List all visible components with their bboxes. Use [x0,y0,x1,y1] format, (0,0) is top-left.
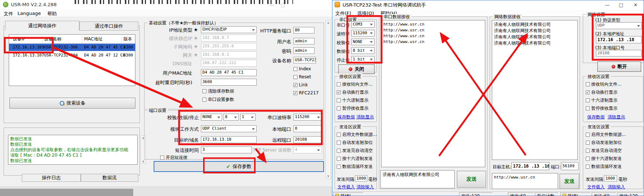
recv-to-file-checkbox[interactable]: 接收转向文件... [337,81,372,87]
link-checkbox[interactable]: Link [293,82,308,87]
clear-cache-checkbox[interactable]: 清除缓存数据 [202,88,234,94]
target-host-field[interactable]: 172.16 .13 .169 [511,162,549,170]
ready-icon [562,194,566,196]
parity-select[interactable]: NONE [201,114,222,121]
databits-select[interactable]: 8 bit [351,47,375,54]
com-port-label: 串口号 [337,22,350,28]
tab-network-operate[interactable]: 通过网络操作 [5,21,79,31]
log-line: 数据已发送 [10,142,135,147]
hex-display-checkbox[interactable]: 十六进制显示 [586,97,617,103]
checkbox-icon [337,165,341,169]
baudrate-select[interactable]: 115200 [351,30,375,36]
reset-checkbox[interactable]: Reset [293,74,311,79]
rfc2217-checkbox[interactable]: RFC2217 [293,90,319,95]
maximize-icon[interactable]: □ [615,1,627,9]
shortconn-checkbox[interactable]: 开启短连接 [160,154,187,161]
username-field[interactable]: admin [293,38,315,44]
device-name-field[interactable]: USR-TCP23 [293,57,316,63]
checkbox-icon [293,75,297,79]
auto-append-checkbox[interactable]: 自动发送附加位 [337,140,373,146]
net-send-input[interactable]: http://www.usr.cn [492,173,558,189]
baud-select[interactable]: 115200 [293,114,322,121]
menu-file[interactable]: 文件 [4,11,13,17]
clear-input-link[interactable]: 清除输入 [608,184,625,190]
table-row[interactable]: 172.16.13.169 USR-TCP232-306 D4 AD 20 47… [9,44,135,51]
pause-recv-checkbox[interactable]: 暂停接收显示 [337,105,368,111]
tab-operation-log[interactable]: 操作日志 [22,174,81,182]
hex-display-checkbox[interactable]: 十六进制显示 [337,97,368,103]
databits-select[interactable]: 8 [224,114,239,121]
pause-recv-checkbox[interactable]: 暂停接收显示 [586,105,617,111]
loop-send-checkbox[interactable]: 数据流循环发送 [337,164,373,170]
serial-recv-area[interactable]: http://www.usr.cn http://www.usr.cn http… [381,20,485,167]
scroll-down-icon[interactable]: ∨ [326,174,331,178]
close-icon[interactable]: ✕ [629,1,643,9]
remoteport-field[interactable]: 20108 [293,136,322,143]
clear-after-send-checkbox[interactable]: 发送完自动清空 [337,148,373,154]
parity-select[interactable]: NONE [351,39,375,45]
user-mac-field[interactable]: D4 AD 20 47 45 C1 [201,69,257,76]
settings-scrollbar[interactable]: ∧ ∨ [325,20,331,179]
log-area[interactable]: 数据已发送 数据已发送 点击搜到的设备可读取参数，右键点击设备列表显示更多功能 … [8,135,138,165]
timeout-field[interactable]: 3600 [201,79,257,86]
protocol-select[interactable]: UDP [596,22,642,29]
tcpserver-conn-select[interactable]: 4 [293,146,322,153]
file-source-checkbox[interactable]: 启用文件数据源... [586,132,626,138]
serial-param-checkbox[interactable]: 串口设置参数 [202,97,234,103]
parity-label: 校验/数据/停止 [129,114,199,121]
close-port-button[interactable]: 关闭 [338,64,375,74]
menu-help[interactable]: 帮助 [47,11,57,17]
menu-file[interactable]: 文件(F) [335,10,351,17]
serial-send-input[interactable]: 济南有人物联网技术有限公司 [380,170,455,188]
local-ip-field[interactable]: 172.16 .13 .18 [596,36,642,43]
status-received: 接收:69 [508,192,534,196]
auto-append-checkbox[interactable]: 自动发送附加位 [586,140,622,146]
save-params-button[interactable]: ✔ 保存参数 [154,161,324,172]
send-interval-label: 发送间隔 [337,176,354,183]
tab-data-stream[interactable]: 数据流 [81,174,138,182]
localport-label: 本地端口 [239,126,291,133]
stopbits-select[interactable]: 1 bit [351,56,375,63]
hex-send-checkbox[interactable]: 按十六进制发送 [337,156,373,162]
clear-input-link[interactable]: 清除输入 [356,184,374,190]
index-checkbox[interactable]: Index [293,66,311,71]
localport-field[interactable]: 0 [293,125,322,132]
log-line: 读取 [ Mac : D4 AD 20 47 45 C1 ] [10,153,135,158]
table-row[interactable]: 172.16.13.107 USR-TCP232-304 D4 AD 20 47… [9,52,135,59]
load-file-link[interactable]: 文件载入 [587,184,605,190]
scroll-down-icon[interactable]: ∨ [141,160,146,163]
titlebar: USR-TCP232-Test 串口转网络调试助手 — □ ✕ [332,0,644,9]
file-source-checkbox[interactable]: 启用文件数据源... [337,132,377,138]
clear-display-link[interactable]: 清除显示 [608,114,625,120]
recv-settings-title: 接收区设置 [586,74,611,80]
scroll-up-icon[interactable]: ∧ [326,21,331,25]
send-interval-field[interactable]: 1000 [604,175,617,181]
status-reset-count[interactable]: 复位计数 [535,192,559,196]
disconnect-button[interactable]: 断开 [597,62,641,72]
search-device-button[interactable]: 搜索设备 [9,98,135,109]
net-send-button[interactable]: 发送 [560,174,579,189]
search-icon [60,101,64,106]
com-port-select[interactable]: COM3 [351,21,375,28]
auto-linefeed-checkbox[interactable]: 自动换行显示 [586,89,617,95]
auto-linefeed-checkbox[interactable]: 自动换行显示 [337,89,368,95]
http-port-field[interactable]: 80 [293,27,315,34]
target-port-field[interactable]: 56109 [561,162,578,170]
load-file-link[interactable]: 文件载入 [337,184,355,190]
loop-send-checkbox[interactable]: 数据流循环发送 [586,164,622,170]
clear-display-link[interactable]: 清除显示 [356,114,374,120]
send-interval-field[interactable]: 1000 [355,175,367,181]
menu-options[interactable]: 选项(O) [357,10,374,17]
menu-language[interactable]: Language [17,11,41,16]
save-data-link[interactable]: 保存数据 [587,114,605,120]
serial-send-button[interactable]: 发送 [457,171,486,188]
recv-to-file-checkbox[interactable]: 接收转向文件... [586,81,621,87]
local-port-field[interactable]: 20108 [596,50,642,56]
hex-send-checkbox[interactable]: 按十六进制发送 [586,156,622,162]
password-field[interactable]: admin [293,47,315,54]
clear-after-send-checkbox[interactable]: 发送完自动清空 [586,148,622,154]
checkbox-icon [337,133,341,137]
save-data-link[interactable]: 保存数据 [337,114,355,120]
minimize-icon[interactable]: — [601,1,613,9]
net-recv-area[interactable]: 济南有人物联网技术有限公司 济南有人物联网技术有限公司 济南有人物联网技术有限公… [492,20,578,160]
